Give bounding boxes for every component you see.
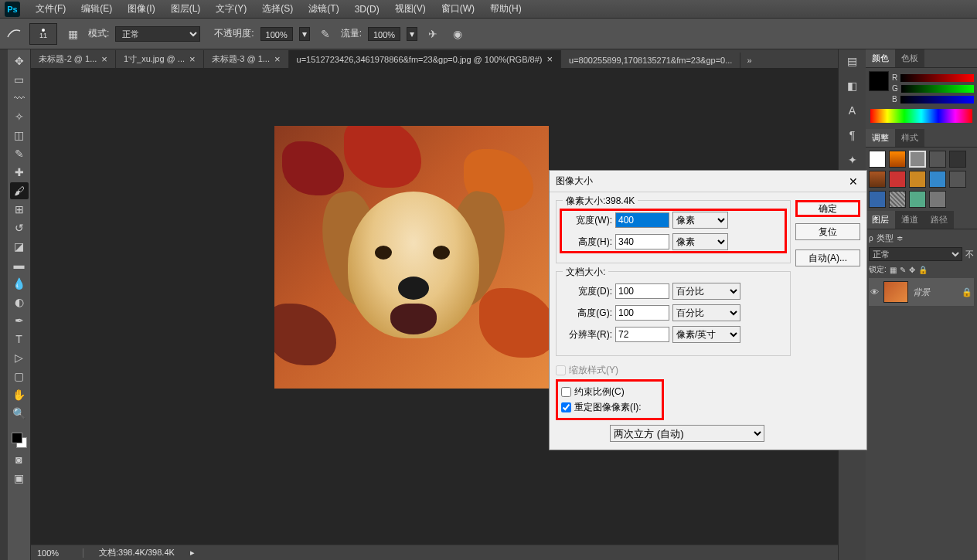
shape-tool-icon[interactable]: ▢ bbox=[10, 368, 29, 385]
width-w-unit-select[interactable]: 像素 bbox=[672, 212, 728, 229]
zoom-tool-icon[interactable]: 🔍 bbox=[10, 405, 29, 422]
reset-button[interactable]: 复位 bbox=[795, 223, 860, 240]
height-g-input[interactable] bbox=[615, 305, 669, 321]
pressure-size-icon[interactable]: ◉ bbox=[448, 25, 467, 42]
close-icon[interactable]: × bbox=[101, 53, 107, 65]
menu-layer[interactable]: 图层(L) bbox=[163, 0, 209, 18]
menu-3d[interactable]: 3D(D) bbox=[347, 2, 387, 17]
screenmode-tool-icon[interactable]: ▣ bbox=[10, 470, 29, 487]
marquee-tool-icon[interactable]: ▭ bbox=[10, 71, 29, 88]
menu-help[interactable]: 帮助(H) bbox=[482, 0, 529, 18]
move-tool-icon[interactable]: ✥ bbox=[10, 53, 29, 70]
lasso-tool-icon[interactable]: 〰 bbox=[10, 90, 29, 107]
auto-button[interactable]: 自动(A)... bbox=[795, 249, 860, 266]
height-h-unit-select[interactable]: 像素 bbox=[672, 233, 728, 250]
blend-mode-select[interactable]: 正常 bbox=[115, 26, 200, 42]
gradient-tool-icon[interactable]: ▬ bbox=[10, 256, 29, 273]
r-slider[interactable] bbox=[900, 74, 974, 82]
menu-type[interactable]: 文字(Y) bbox=[208, 0, 254, 18]
type-tool-icon[interactable]: T bbox=[10, 331, 29, 348]
menu-image[interactable]: 图像(I) bbox=[120, 0, 162, 18]
history-panel-icon[interactable]: ▤ bbox=[843, 54, 862, 68]
style-swatch[interactable] bbox=[909, 191, 926, 208]
doc-size-status[interactable]: 文档:398.4K/398.4K bbox=[99, 547, 175, 558]
style-swatch[interactable] bbox=[889, 151, 906, 168]
close-icon[interactable]: × bbox=[189, 53, 196, 65]
close-icon[interactable]: ✕ bbox=[846, 175, 860, 188]
brush-tool-icon[interactable]: 🖌 bbox=[10, 182, 29, 199]
brush-panel-icon[interactable]: ✦ bbox=[843, 153, 862, 167]
properties-panel-icon[interactable]: ◧ bbox=[843, 79, 862, 93]
close-icon[interactable]: × bbox=[274, 53, 281, 65]
lock-all-icon[interactable]: 🔒 bbox=[918, 266, 928, 274]
tab-channels[interactable]: 通道 bbox=[895, 211, 924, 229]
quickmask-tool-icon[interactable]: ◙ bbox=[10, 451, 29, 468]
b-slider[interactable] bbox=[900, 96, 974, 104]
color-swatch-preview[interactable] bbox=[869, 71, 889, 91]
width-d-input[interactable] bbox=[615, 283, 669, 299]
document-tab[interactable]: 1寸_xu.jpg @ ...× bbox=[116, 50, 204, 68]
brush-preview[interactable]: 11 bbox=[29, 23, 57, 45]
character-panel-icon[interactable]: A bbox=[843, 104, 862, 117]
height-g-unit-select[interactable]: 百分比 bbox=[672, 304, 740, 321]
width-d-unit-select[interactable]: 百分比 bbox=[672, 283, 740, 300]
menu-file[interactable]: 文件(F) bbox=[28, 0, 73, 18]
tab-color[interactable]: 颜色 bbox=[866, 49, 895, 67]
airbrush-icon[interactable]: ✈ bbox=[424, 25, 442, 42]
flow-dropdown-icon[interactable]: ▾ bbox=[407, 27, 417, 41]
style-swatch[interactable] bbox=[929, 191, 946, 208]
paragraph-panel-icon[interactable]: ¶ bbox=[843, 128, 862, 142]
document-tab[interactable]: u=1512723426,3461978866&fm=23&gp=0.jpg @… bbox=[289, 50, 561, 68]
menu-select[interactable]: 选择(S) bbox=[254, 0, 301, 18]
tab-swatches[interactable]: 色板 bbox=[895, 49, 924, 67]
menu-edit[interactable]: 编辑(E) bbox=[73, 0, 120, 18]
layer-thumbnail[interactable] bbox=[883, 281, 908, 303]
ok-button[interactable]: 确定 bbox=[795, 200, 860, 217]
dialog-titlebar[interactable]: 图像大小 ✕ bbox=[550, 171, 866, 192]
foreground-color-swatch[interactable] bbox=[12, 433, 22, 443]
path-select-tool-icon[interactable]: ▷ bbox=[10, 349, 29, 366]
crop-tool-icon[interactable]: ◫ bbox=[10, 127, 29, 144]
lock-pixels-icon[interactable]: ✎ bbox=[900, 266, 906, 274]
style-swatch[interactable] bbox=[869, 151, 886, 168]
tab-styles[interactable]: 样式 bbox=[895, 129, 924, 147]
lock-transparency-icon[interactable]: ▦ bbox=[890, 266, 897, 274]
lock-position-icon[interactable]: ✥ bbox=[909, 266, 915, 274]
stamp-tool-icon[interactable]: ⊞ bbox=[10, 201, 29, 218]
document-tab[interactable]: 未标题-3 @ 1...× bbox=[204, 50, 289, 68]
heal-tool-icon[interactable]: ✚ bbox=[10, 164, 29, 181]
style-swatch[interactable] bbox=[929, 171, 946, 188]
history-brush-tool-icon[interactable]: ↺ bbox=[10, 219, 29, 236]
menu-filter[interactable]: 滤镜(T) bbox=[301, 0, 346, 18]
style-swatch[interactable] bbox=[869, 171, 886, 188]
status-dropdown-icon[interactable]: ▸ bbox=[190, 548, 195, 558]
height-h-input[interactable] bbox=[615, 234, 669, 249]
current-tool-icon[interactable] bbox=[5, 25, 23, 42]
tabs-overflow-icon[interactable]: » bbox=[740, 53, 757, 68]
tab-layers[interactable]: 图层 bbox=[866, 211, 895, 229]
wand-tool-icon[interactable]: ✧ bbox=[10, 108, 29, 125]
style-swatch[interactable] bbox=[909, 151, 926, 168]
style-swatch[interactable] bbox=[889, 171, 906, 188]
pressure-opacity-icon[interactable]: ✎ bbox=[316, 25, 335, 42]
resolution-unit-select[interactable]: 像素/英寸 bbox=[672, 326, 740, 343]
g-slider[interactable] bbox=[901, 85, 974, 93]
close-icon[interactable]: × bbox=[546, 53, 553, 65]
resample-checkbox[interactable] bbox=[561, 402, 571, 412]
opacity-value[interactable]: 100% bbox=[260, 27, 293, 41]
menu-view[interactable]: 视图(V) bbox=[387, 0, 434, 18]
tab-paths[interactable]: 路径 bbox=[924, 211, 954, 229]
layer-blend-select[interactable]: 正常 bbox=[869, 247, 962, 261]
hand-tool-icon[interactable]: ✋ bbox=[10, 386, 29, 403]
pen-tool-icon[interactable]: ✒ bbox=[10, 312, 29, 329]
dodge-tool-icon[interactable]: ◐ bbox=[10, 294, 29, 311]
eyedropper-tool-icon[interactable]: ✎ bbox=[10, 145, 29, 162]
blur-tool-icon[interactable]: 💧 bbox=[10, 275, 29, 292]
flow-value[interactable]: 100% bbox=[368, 27, 400, 41]
layer-row[interactable]: 👁 背景 🔒 bbox=[869, 278, 974, 306]
foreground-background-swatch[interactable] bbox=[10, 431, 29, 450]
resample-method-select[interactable]: 两次立方 (自动) bbox=[610, 425, 764, 442]
style-swatch[interactable] bbox=[909, 171, 926, 188]
document-tab[interactable]: u=800255899,1708135271&fm=23&gp=0... bbox=[561, 53, 740, 68]
width-w-input[interactable] bbox=[615, 212, 669, 228]
